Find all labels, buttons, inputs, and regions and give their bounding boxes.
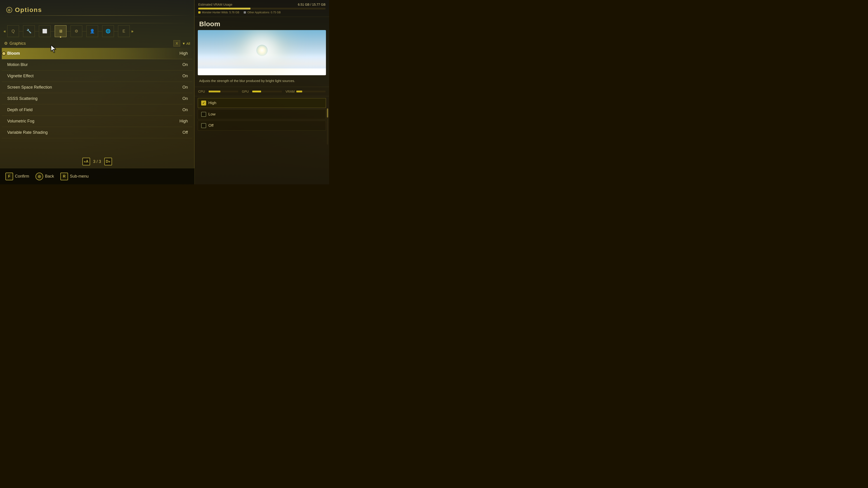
confirm-label: Confirm xyxy=(15,174,29,179)
back-key: ◎ xyxy=(35,173,43,180)
action-confirm: F Confirm xyxy=(5,173,29,180)
left-panel: ◎ Options « Q 🔧 ⬜ 🖥 ⚙ 👤 🌐 xyxy=(0,0,194,184)
settings-icon: ⚙ xyxy=(74,29,78,34)
tab-person[interactable]: 👤 xyxy=(86,25,98,37)
setting-value-bloom: High xyxy=(170,51,188,56)
setting-row-dof[interactable]: Depth of Field On xyxy=(2,104,192,116)
display-icon: ⬜ xyxy=(42,29,47,34)
other-dot xyxy=(244,11,246,13)
setting-value-vignette: On xyxy=(170,74,188,78)
setting-row-bloom[interactable]: Bloom High xyxy=(2,48,192,59)
setting-row-vignette[interactable]: Vignette Effect On xyxy=(2,70,192,82)
setting-value-motion-blur: On xyxy=(170,62,188,67)
vram-header: Estimated VRAM Usage 6.51 GB / 15.77 GB xyxy=(198,3,326,6)
graphics-icon: 🖥 xyxy=(59,29,63,34)
tab-graphics[interactable]: 🖥 xyxy=(55,25,66,37)
mhw-value: 5.76 GB xyxy=(229,11,239,14)
tab-e[interactable]: E xyxy=(118,25,130,37)
gpu-label: GPU xyxy=(242,90,250,93)
performance-bars: CPU GPU VRAM xyxy=(195,87,329,96)
filter-clear-btn[interactable]: X xyxy=(174,40,180,46)
vram-label: Estimated VRAM Usage xyxy=(198,3,232,6)
globe-icon: 🌐 xyxy=(105,29,111,34)
bloom-panel-title: Bloom xyxy=(195,17,329,30)
vram-value: 6.51 GB / 15.77 GB xyxy=(298,3,326,6)
page-current: 3 / 3 xyxy=(93,159,101,164)
section-title: ⚙ Graphics xyxy=(4,41,26,46)
vram-bar-container xyxy=(198,8,326,9)
tab-prev-btn[interactable]: « xyxy=(2,28,7,35)
high-checkbox xyxy=(201,101,206,105)
setting-row-ssr[interactable]: Screen Space Reflection On xyxy=(2,82,192,93)
option-high[interactable]: High xyxy=(198,98,326,108)
filter-all-btn[interactable]: ▼ All xyxy=(182,41,190,45)
tab-display[interactable]: ⬜ xyxy=(39,25,51,37)
mhw-label: Monster Hunter Wilds xyxy=(202,11,228,14)
vram-perf-fill xyxy=(296,91,302,92)
action-back: ◎ Back xyxy=(35,173,54,180)
search-icon: Q xyxy=(11,29,15,34)
option-low[interactable]: Low xyxy=(198,109,326,119)
setting-value-ssss: On xyxy=(170,96,188,101)
setting-name-vol-fog: Volumetric Fog xyxy=(6,119,34,124)
vram-perf: VRAM xyxy=(285,90,326,93)
gpu-bar-fill xyxy=(252,91,261,92)
tools-icon: 🔧 xyxy=(26,29,31,34)
setting-name-motion-blur: Motion Blur xyxy=(6,62,28,67)
action-submenu: R Sub-menu xyxy=(60,173,89,180)
scrollbar-thumb[interactable] xyxy=(327,108,328,118)
submenu-key: R xyxy=(60,173,68,180)
submenu-label: Sub-menu xyxy=(70,174,89,179)
bloom-description: Adjusts the strength of the blur produce… xyxy=(195,75,329,87)
tab-search[interactable]: Q xyxy=(7,25,19,37)
option-off[interactable]: Off xyxy=(198,121,326,131)
e-icon: E xyxy=(123,29,125,34)
vram-bar-fill xyxy=(198,8,250,9)
setting-value-vrs: Off xyxy=(170,130,188,135)
bloom-options-list: High Low Off xyxy=(195,96,329,132)
cpu-perf: CPU xyxy=(198,90,238,93)
setting-name-vignette: Vignette Effect xyxy=(6,74,33,78)
setting-row-ssss[interactable]: SSSS Scattering On xyxy=(2,93,192,104)
setting-row-motion-blur[interactable]: Motion Blur On xyxy=(2,59,192,70)
cpu-bar-track xyxy=(209,91,238,92)
vram-legend-other: Other Applications 0.75 GB xyxy=(244,11,281,14)
sun-effect xyxy=(256,45,268,56)
filter-bar: X ▼ All xyxy=(174,40,190,46)
decorative-border-bottom xyxy=(4,23,191,23)
clouds xyxy=(198,55,326,68)
setting-name-dof: Depth of Field xyxy=(6,107,33,112)
filter-icon: ▼ xyxy=(182,41,185,45)
scrollbar[interactable] xyxy=(327,108,328,144)
page-prev-btn[interactable]: «A xyxy=(82,158,90,165)
setting-value-ssr: On xyxy=(170,85,188,90)
page-next-btn[interactable]: D» xyxy=(104,158,112,165)
gpu-perf: GPU xyxy=(242,90,282,93)
high-label: High xyxy=(209,101,216,105)
vram-section: Estimated VRAM Usage 6.51 GB / 15.77 GB … xyxy=(195,0,329,17)
action-bar: F Confirm ◎ Back R Sub-menu xyxy=(0,168,194,184)
page-title: Options xyxy=(15,6,42,13)
section-header: ⚙ Graphics X ▼ All xyxy=(4,40,190,46)
low-label: Low xyxy=(209,112,215,117)
setting-row-vrs[interactable]: Variable Rate Shading Off xyxy=(2,127,192,138)
vram-legend: Monster Hunter Wilds 5.76 GB Other Appli… xyxy=(198,11,326,14)
options-title: ◎ Options xyxy=(6,6,42,13)
setting-name-vrs: Variable Rate Shading xyxy=(6,130,48,135)
setting-row-vol-fog[interactable]: Volumetric Fog High xyxy=(2,116,192,127)
off-label: Off xyxy=(209,123,213,128)
tab-globe[interactable]: 🌐 xyxy=(102,25,114,37)
tab-next-btn[interactable]: » xyxy=(130,28,135,35)
tab-settings[interactable]: ⚙ xyxy=(70,25,82,37)
setting-value-dof: On xyxy=(170,107,188,112)
other-value: 0.75 GB xyxy=(271,11,281,14)
tab-tools[interactable]: 🔧 xyxy=(23,25,35,37)
graphics-section-icon: ⚙ xyxy=(4,41,8,46)
off-checkbox xyxy=(201,123,206,128)
setting-name-bloom: Bloom xyxy=(6,51,20,56)
setting-name-ssss: SSSS Scattering xyxy=(6,96,37,101)
person-icon: 👤 xyxy=(90,29,95,34)
options-icon: ◎ xyxy=(6,7,12,13)
back-label: Back xyxy=(45,174,54,179)
gpu-bar-track xyxy=(252,91,282,92)
